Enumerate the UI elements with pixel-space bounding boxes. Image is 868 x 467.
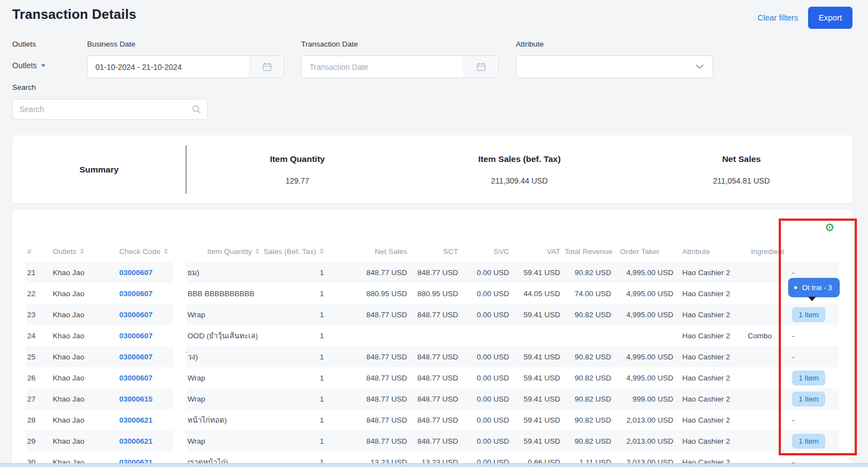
col-header-gap bbox=[173, 241, 186, 262]
ingredients-badge[interactable]: 1 Item bbox=[792, 434, 825, 449]
attribute-select[interactable] bbox=[516, 55, 713, 78]
transaction-date-label: Transaction Date bbox=[301, 40, 358, 48]
horizontal-scrollbar[interactable] bbox=[0, 463, 868, 467]
ingredients-dash: - bbox=[792, 416, 795, 424]
sort-icon[interactable] bbox=[255, 248, 260, 254]
table-row: 28 Khao Jao 03000621 หน้าไก่ทอด) 1 848.7… bbox=[26, 409, 839, 430]
transactions-table: # Outlets Check Code Item Quantity Item … bbox=[26, 241, 839, 467]
check-code-link[interactable]: 03000621 bbox=[119, 437, 153, 445]
check-code-link[interactable]: 03000607 bbox=[119, 268, 153, 277]
cell-item: OOD (ยำวุ้นเส้นทะเล) bbox=[186, 325, 264, 346]
col-header-item-sales[interactable]: Item Sales (Bef. Tax) bbox=[264, 241, 328, 262]
cell-num: 25 bbox=[26, 346, 48, 367]
outlets-filter-label: Outlets bbox=[12, 40, 36, 48]
cell-check-code: 03000607 bbox=[115, 304, 173, 325]
cell-num: 27 bbox=[26, 388, 48, 409]
ingredients-badge[interactable]: 1 Item bbox=[792, 307, 825, 322]
cell-outlet: Khao Jao bbox=[48, 346, 115, 367]
col-header-check-code[interactable]: Check Code bbox=[115, 241, 173, 262]
cell-svc: 59.41 USD bbox=[514, 388, 565, 409]
cell-attribute bbox=[743, 388, 784, 409]
ingredients-dash: - bbox=[792, 332, 795, 340]
cell-svc bbox=[514, 325, 565, 346]
transactions-table-card: ⚙ # Outlets Check Code Item Q bbox=[12, 210, 852, 467]
cell-attribute bbox=[743, 283, 784, 304]
cell-check-code: 03000607 bbox=[115, 283, 173, 304]
cell-total-revenue: 2,013.00 USD bbox=[616, 409, 678, 430]
transaction-date-input[interactable] bbox=[302, 56, 464, 78]
search-input[interactable] bbox=[13, 105, 192, 114]
cell-attribute bbox=[743, 346, 784, 367]
cell-outlet: Khao Jao bbox=[48, 304, 115, 325]
table-row: 27 Khao Jao 03000615 Wrap 1 848.77 USD 8… bbox=[26, 388, 839, 409]
cell-num: 26 bbox=[26, 367, 48, 388]
cell-item-quantity: 1 bbox=[264, 346, 328, 367]
cell-gap bbox=[173, 262, 186, 283]
cell-item-quantity: 1 bbox=[264, 325, 328, 346]
cell-vat: 90.82 USD bbox=[565, 304, 616, 325]
sort-icon[interactable] bbox=[80, 248, 84, 254]
table-row: 23 Khao Jao 03000607 Wrap 1 848.77 USD 8… bbox=[26, 304, 839, 325]
cell-item-sales: 880.95 USD bbox=[328, 283, 412, 304]
check-code-link[interactable]: 03000607 bbox=[119, 374, 153, 382]
cell-item: ่วง) bbox=[186, 346, 264, 367]
column-settings-button[interactable]: ⚙ bbox=[825, 222, 835, 233]
cell-item-sales: 848.77 USD bbox=[328, 262, 412, 283]
cell-sct: 0.00 USD bbox=[463, 367, 514, 388]
col-header-num: # bbox=[26, 241, 48, 262]
stat-label: Item Quantity bbox=[270, 154, 325, 164]
check-code-link[interactable]: 03000607 bbox=[119, 353, 153, 361]
ingredients-badge[interactable]: 1 Item bbox=[792, 392, 825, 407]
col-header-order-taker: Order Taker bbox=[616, 241, 678, 262]
cell-net-sales: 848.77 USD bbox=[412, 367, 463, 388]
cell-ingredients: - bbox=[784, 346, 839, 367]
summary-stat-net-sales: Net Sales 211,054.81 USD bbox=[631, 135, 852, 204]
col-header-outlets[interactable]: Outlets bbox=[48, 241, 115, 262]
check-code-link[interactable]: 03000607 bbox=[119, 290, 153, 298]
check-code-link[interactable]: 03000615 bbox=[119, 395, 153, 403]
bullet-icon bbox=[794, 286, 797, 289]
cell-ingredients: - bbox=[784, 325, 839, 346]
tooltip-arrow-icon bbox=[808, 297, 816, 301]
cell-ingredients: 1 Item bbox=[784, 367, 839, 388]
export-button[interactable]: Export bbox=[808, 7, 852, 29]
cell-net-sales: 848.77 USD bbox=[412, 430, 463, 451]
cell-item: Wrap bbox=[186, 367, 264, 388]
cell-item: Wrap bbox=[186, 304, 264, 325]
col-header-sct: SCT bbox=[412, 241, 463, 262]
cell-svc: 59.41 USD bbox=[514, 430, 565, 451]
check-code-link[interactable]: 03000607 bbox=[119, 332, 153, 340]
cell-outlet: Khao Jao bbox=[48, 325, 115, 346]
cell-item: ยม) bbox=[186, 262, 264, 283]
cell-item-sales: 848.77 USD bbox=[328, 430, 412, 451]
business-date-calendar-button[interactable] bbox=[250, 56, 284, 78]
check-code-link[interactable]: 03000607 bbox=[119, 311, 153, 319]
cell-order-taker: Hao Cashier 2 bbox=[678, 325, 743, 346]
cell-total-revenue: 4,995.00 USD bbox=[616, 262, 678, 283]
cell-order-taker: Hao Cashier 2 bbox=[678, 346, 743, 367]
sort-icon[interactable] bbox=[164, 248, 168, 254]
cell-outlet: Khao Jao bbox=[48, 262, 115, 283]
clear-filters-button[interactable]: Clear filters bbox=[758, 13, 798, 22]
sort-icon[interactable] bbox=[319, 248, 324, 254]
cell-sct: 0.00 USD bbox=[463, 283, 514, 304]
cell-attribute bbox=[743, 304, 784, 325]
summary-stat-item-sales: Item Sales (bef. Tax) 211,309.44 USD bbox=[408, 135, 630, 204]
cell-item-sales: 848.77 USD bbox=[328, 388, 412, 409]
check-code-link[interactable]: 03000621 bbox=[119, 416, 153, 424]
cell-check-code: 03000615 bbox=[115, 388, 173, 409]
cell-vat: 90.82 USD bbox=[565, 262, 616, 283]
business-date-label: Business Date bbox=[87, 40, 135, 48]
business-date-input[interactable] bbox=[88, 56, 250, 78]
outlets-dropdown[interactable]: Outlets bbox=[12, 61, 45, 70]
cell-gap bbox=[173, 409, 186, 430]
cell-svc: 44.05 USD bbox=[514, 283, 565, 304]
transaction-date-calendar-button[interactable] bbox=[464, 56, 498, 78]
ingredients-badge[interactable]: 1 Item bbox=[792, 370, 825, 385]
col-header-item-quantity[interactable]: Item Quantity bbox=[186, 241, 264, 262]
stat-label: Item Sales (bef. Tax) bbox=[478, 154, 561, 164]
cell-ingredients: 1 Item bbox=[784, 430, 839, 451]
gear-icon: ⚙ bbox=[825, 221, 835, 233]
cell-check-code: 03000621 bbox=[115, 409, 173, 430]
cell-total-revenue bbox=[616, 325, 678, 346]
